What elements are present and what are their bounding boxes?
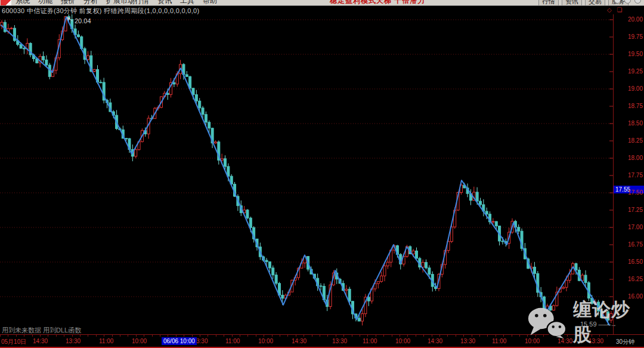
time-axis-label: 13:30 [332, 338, 347, 344]
price-axis-label: 16.25 [614, 276, 643, 282]
quick-button[interactable]: 资讯 [562, 0, 582, 6]
low-price-annotation: 15.59 ——→ [580, 321, 617, 328]
candle-body [185, 75, 188, 76]
candle-body [501, 241, 504, 242]
time-axis-label: 14:30 [428, 338, 442, 344]
time-axis-label: 13:30 [460, 338, 475, 344]
candle-body [380, 276, 383, 281]
right-arrow-icon: ——→ [599, 321, 617, 328]
candle-body [173, 82, 175, 84]
menu-item[interactable]: 扩展市场行情 [106, 0, 149, 6]
candle-body [476, 192, 478, 201]
app-logo-icon [1, 0, 11, 5]
candle-body [42, 56, 45, 60]
candle-body [249, 218, 252, 227]
candle-body [485, 211, 488, 214]
candle-body [492, 221, 494, 222]
price-axis-label: 20.00 [614, 16, 643, 23]
price-axis-label: 18.25 [614, 137, 643, 144]
time-axis-label: 14:30 [33, 338, 48, 344]
candle-body [428, 268, 431, 275]
candle-body [358, 318, 360, 321]
price-axis-label: 18.75 [614, 103, 643, 109]
candlesticks-layer [1, 14, 612, 325]
time-axis-label-highlighted: 06/06 10:00 [162, 337, 197, 345]
wechat-icon [527, 305, 568, 340]
menu-item[interactable]: 系统 [16, 0, 30, 6]
candle-body [268, 261, 271, 267]
maximize-button[interactable] [624, 0, 631, 4]
candle-body [345, 289, 348, 290]
candle-body [422, 263, 424, 267]
candle-body [383, 266, 386, 276]
candle-body [10, 28, 13, 29]
candle-body [246, 210, 249, 218]
price-axis-label: 16.50 [614, 258, 643, 265]
time-axis-label: 11:00 [225, 338, 240, 344]
menu-item[interactable]: 功能 [38, 0, 52, 6]
candle-body [205, 115, 207, 122]
candle-body [361, 314, 364, 321]
time-axis-label: 11:00 [363, 338, 377, 344]
price-axis-label: 19.75 [614, 33, 643, 40]
formula-warning-text: 用到未来数据 用到DLL函数 [2, 326, 81, 335]
candle-body [584, 275, 587, 283]
time-axis-label: 14:30 [292, 338, 306, 344]
menu-item[interactable]: 工具 [180, 0, 194, 6]
price-axis-label: 17.00 [614, 224, 643, 230]
high-price-annotation: 20.04 [67, 17, 91, 24]
title-bar: 600030 中信证券(30分钟 前复权) 狩猎跨周期段(1,0,0,0,0,0… [0, 6, 644, 14]
price-axis-label: 19.25 [614, 68, 643, 75]
price-axis-label: 16.75 [614, 241, 643, 248]
price-axis-label: 17.75 [614, 172, 643, 178]
menu-item[interactable]: 报价 [61, 0, 75, 6]
candle-body [425, 263, 428, 268]
candle-body [533, 267, 535, 273]
candle-body [518, 227, 520, 231]
candle-body [199, 101, 201, 108]
candle-body [272, 268, 274, 275]
window-controls [614, 0, 641, 4]
candle-body [320, 286, 322, 287]
time-axis-label: 11:00 [492, 338, 506, 344]
candle-body [495, 221, 497, 226]
time-axis-label: 11:00 [99, 338, 113, 344]
candle-body [202, 108, 204, 115]
menu-item[interactable]: 帮助 [203, 0, 217, 6]
candle-body [275, 275, 277, 284]
quick-button[interactable]: 交易 [585, 0, 605, 6]
candle-body [479, 201, 482, 205]
price-axis-label: 18.50 [614, 120, 643, 127]
time-axis-label: 05月10日 [1, 338, 26, 346]
candle-body [416, 251, 418, 258]
price-axis-label: 19.00 [614, 85, 643, 92]
candle-body [86, 56, 89, 59]
menu-item[interactable]: 资讯 [157, 0, 172, 6]
menu-bar: 系统功能报价分析扩展市场行情资讯工具帮助 稳定盈利模式天梯 十倍潜力 行情资讯交… [0, 0, 644, 6]
candle-body [23, 48, 25, 49]
candle-body [125, 138, 128, 139]
mini-toolbar-icons[interactable]: ◇ ❏ [607, 7, 624, 13]
menu-item[interactable]: 分析 [83, 0, 98, 6]
candle-body [562, 287, 565, 288]
candle-body [565, 280, 568, 287]
close-button[interactable] [634, 0, 641, 4]
candle-body [412, 251, 414, 254]
candle-body [348, 289, 351, 301]
price-axis-label: 19.50 [614, 51, 643, 57]
minimize-button[interactable] [614, 0, 621, 4]
candle-body [386, 262, 389, 266]
time-axis-label: 10:00 [395, 338, 410, 344]
time-axis-label: 3:30 [196, 338, 208, 344]
candle-body [281, 295, 284, 298]
chart-area[interactable]: 20.04 [0, 14, 613, 334]
candle-body [195, 95, 197, 101]
candle-body [208, 122, 210, 128]
quick-button[interactable]: 行情 [538, 0, 559, 6]
low-price-value: 15.59 [580, 321, 597, 328]
time-tick-marks [0, 335, 613, 337]
candle-body [93, 69, 95, 71]
candle-body [45, 60, 48, 65]
candle-body [377, 282, 379, 284]
candlestick-chart[interactable]: 20.04 [0, 14, 613, 334]
